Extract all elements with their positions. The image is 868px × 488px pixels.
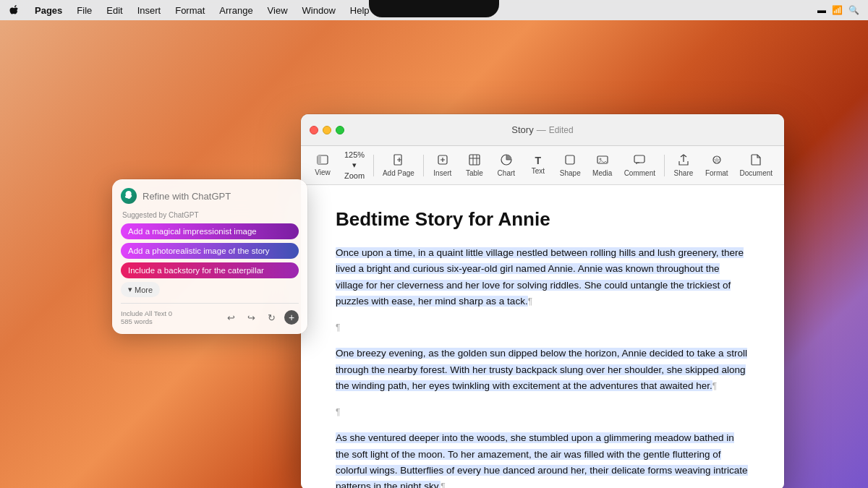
text-icon: T [535, 155, 542, 166]
format-label: Format [705, 169, 728, 177]
app-name[interactable]: Pages [29, 4, 68, 17]
toolbar-divider-2 [423, 155, 424, 176]
edit-menu[interactable]: Edit [101, 4, 128, 17]
toolbar-comment[interactable]: Comment [618, 151, 661, 180]
suggestion-3-button[interactable]: Include a backstory for the caterpillar [121, 262, 299, 278]
apple-menu[interactable] [9, 4, 20, 16]
view-icon [317, 155, 328, 167]
menu-bar-right: ▬ 📶 🔍 [817, 5, 859, 15]
toolbar-divider-1 [373, 155, 374, 176]
chatgpt-logo [121, 188, 137, 204]
chatgpt-input-row [121, 188, 299, 204]
paragraph-mark-1: ¶ [528, 296, 532, 307]
svg-point-17 [599, 158, 601, 160]
redo-button[interactable]: ↪ [244, 310, 258, 325]
paragraph-mark-3: ¶ [441, 481, 445, 488]
edited-label: Edited [549, 125, 574, 135]
chart-icon [501, 154, 512, 168]
toolbar-text[interactable]: T Text [522, 153, 554, 178]
document-icon [751, 154, 761, 168]
paragraph-1: Once upon a time, in a quaint little vil… [336, 245, 749, 309]
footer-info: Include All Text 0 585 words [121, 309, 172, 325]
highlighted-text-1: Once upon a time, in a quaint little vil… [336, 247, 744, 307]
chatgpt-refine-input[interactable] [142, 191, 299, 202]
footer-controls: ↩ ↪ ↻ + [224, 310, 299, 325]
comment-label: Comment [624, 169, 655, 177]
add-button[interactable]: + [284, 310, 299, 325]
highlighted-text-2: One breezy evening, as the golden sun di… [336, 348, 747, 391]
toolbar-insert[interactable]: Insert [427, 151, 459, 180]
toolbar-view[interactable]: View [307, 152, 339, 179]
window-titlebar: Story — Edited [301, 114, 784, 146]
svg-rect-15 [566, 155, 574, 164]
traffic-lights [310, 126, 344, 134]
suggestion-2-button[interactable]: Add a photorealistic image of the story [121, 243, 299, 259]
comment-icon [634, 154, 645, 168]
table-icon [469, 154, 480, 168]
toolbar-chart[interactable]: Chart [490, 151, 522, 180]
paragraph-3: As she ventured deeper into the woods, s… [336, 430, 749, 488]
window-menu[interactable]: Window [297, 4, 341, 17]
zoom-value: 125% [344, 150, 365, 159]
paragraph-2: One breezy evening, as the golden sun di… [336, 346, 749, 394]
paragraph-mark-2: ¶ [712, 381, 717, 391]
title-separator: — [537, 124, 546, 135]
maximize-button[interactable] [336, 126, 344, 134]
toolbar-share[interactable]: Share [668, 151, 699, 180]
more-button[interactable]: ▾ More [121, 282, 160, 297]
camera-notch [369, 0, 499, 17]
add-page-icon [393, 154, 404, 168]
toolbar-document[interactable]: Document [734, 151, 778, 180]
window-title: Story — Edited [511, 124, 573, 135]
media-label: Media [592, 169, 612, 177]
suggested-label: Suggested by ChatGPT [121, 211, 299, 219]
zoom-control[interactable]: 125% ▾ Zoom [339, 147, 370, 183]
file-menu[interactable]: File [71, 4, 98, 17]
shape-label: Shape [560, 169, 581, 177]
document-name: Story [511, 124, 533, 135]
undo-button[interactable]: ↩ [224, 310, 238, 325]
paragraph-marker-2: ¶ [336, 404, 749, 420]
panel-footer: Include All Text 0 585 words ↩ ↪ ↻ + [121, 303, 299, 325]
share-icon [678, 154, 689, 168]
battery-icon[interactable]: ▬ [817, 5, 826, 15]
wifi-icon[interactable]: 📶 [832, 5, 843, 15]
pages-window: Story — Edited View 125% ▾ Zoom [301, 114, 784, 488]
chevron-down-icon: ▾ [128, 285, 132, 294]
refresh-button[interactable]: ↻ [264, 310, 278, 325]
toolbar-view-label: View [315, 168, 331, 176]
toolbar-format[interactable]: Format [699, 151, 734, 180]
view-menu[interactable]: View [262, 4, 294, 17]
toolbar-media[interactable]: Media [587, 151, 618, 180]
suggestion-1-button[interactable]: Add a magical impressionist image [121, 223, 299, 239]
insert-menu[interactable]: Insert [132, 4, 167, 17]
search-icon[interactable]: 🔍 [848, 5, 859, 15]
document-content: Bedtime Story for Annie Once upon a time… [301, 185, 784, 488]
toolbar-shape[interactable]: Shape [554, 151, 587, 180]
text-label: Text [532, 167, 545, 175]
highlighted-text-3: As she ventured deeper into the woods, s… [336, 432, 748, 488]
insert-icon [437, 154, 448, 168]
table-label: Table [466, 169, 483, 177]
format-menu[interactable]: Format [169, 4, 210, 17]
p-mark-2: ¶ [336, 407, 340, 417]
chatgpt-logo-icon [124, 190, 134, 202]
svg-rect-8 [469, 155, 480, 165]
zoom-chevron-icon: ▾ [352, 160, 357, 170]
chatgpt-panel: Suggested by ChatGPT Add a magical impre… [112, 179, 307, 334]
pages-toolbar: View 125% ▾ Zoom Add Page [301, 146, 784, 185]
svg-rect-1 [318, 155, 321, 164]
shape-icon [564, 154, 576, 168]
include-label: Include All Text 0 [121, 309, 172, 317]
document-title: Bedtime Story for Annie [336, 208, 749, 231]
svg-rect-18 [634, 155, 644, 163]
word-count: 585 words [121, 317, 172, 325]
arrange-menu[interactable]: Arrange [213, 4, 258, 17]
insert-label: Insert [433, 169, 451, 177]
media-icon [597, 154, 608, 168]
toolbar-add-page[interactable]: Add Page [377, 151, 420, 180]
close-button[interactable] [310, 126, 318, 134]
minimize-button[interactable] [323, 126, 331, 134]
toolbar-table[interactable]: Table [459, 151, 490, 180]
p-mark: ¶ [336, 322, 340, 333]
